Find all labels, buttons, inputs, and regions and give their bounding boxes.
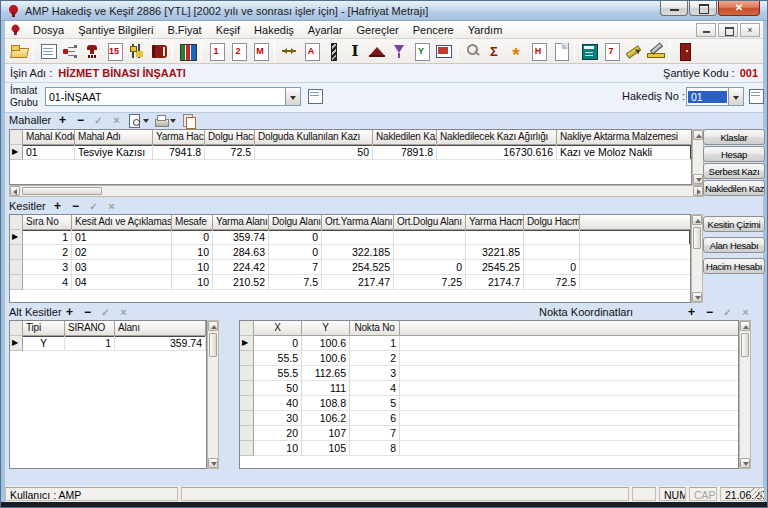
grid-cell[interactable]: 0 bbox=[269, 230, 322, 245]
column-header[interactable]: Y bbox=[302, 321, 350, 336]
column-header[interactable]: Nakliye Aktarma Malzemesi bbox=[557, 130, 692, 145]
wizard-icon[interactable]: * bbox=[505, 40, 527, 62]
scroll-down-icon[interactable] bbox=[693, 174, 703, 184]
summary-sigma-icon[interactable]: Σ bbox=[483, 40, 505, 62]
new-doc-icon[interactable] bbox=[549, 40, 571, 62]
grid-cell[interactable]: 2 bbox=[350, 351, 400, 366]
scroll-thumb[interactable] bbox=[209, 333, 217, 357]
grid-cell[interactable]: 7.5 bbox=[269, 275, 322, 290]
table-row[interactable]: 55.5100.62 bbox=[240, 351, 738, 366]
mdi-close-button[interactable]: × bbox=[740, 23, 760, 37]
dropdown-caret-icon[interactable] bbox=[143, 114, 150, 127]
grid-cell[interactable]: 7891.8 bbox=[373, 145, 437, 160]
grid-cell[interactable]: 4 bbox=[350, 381, 400, 396]
preview-icon[interactable] bbox=[128, 114, 141, 127]
unit-price-book-icon[interactable] bbox=[147, 40, 169, 62]
grid-cell[interactable]: 106.2 bbox=[302, 411, 350, 426]
grid-cell[interactable] bbox=[466, 230, 524, 245]
grid-cell[interactable]: 0 bbox=[254, 336, 302, 351]
grid-cell[interactable]: 01 bbox=[72, 230, 172, 245]
grid-cell[interactable] bbox=[394, 245, 466, 260]
add-record-icon[interactable]: + bbox=[63, 306, 76, 319]
scroll-up-icon[interactable] bbox=[693, 130, 703, 140]
grid-cell[interactable]: 10 bbox=[172, 260, 213, 275]
menu-item-yardim[interactable]: Yardım bbox=[461, 22, 510, 38]
column-header[interactable]: Sıra No bbox=[23, 215, 72, 230]
table-row[interactable]: ▶0100.61 bbox=[240, 336, 738, 351]
monitor-icon[interactable] bbox=[432, 40, 454, 62]
add-record-icon[interactable]: + bbox=[56, 114, 69, 127]
price-library-icon[interactable] bbox=[176, 40, 198, 62]
grid-cell[interactable]: 10 bbox=[172, 275, 213, 290]
grid-cell[interactable]: 10 bbox=[172, 245, 213, 260]
grid-cell[interactable]: 10 bbox=[254, 441, 302, 456]
paste-icon[interactable] bbox=[182, 114, 195, 127]
mdi-minimize-button[interactable] bbox=[696, 23, 716, 37]
grid-cell[interactable]: 55.5 bbox=[254, 366, 302, 381]
minimize-button[interactable] bbox=[660, 1, 688, 16]
select-all-corner[interactable] bbox=[10, 215, 23, 230]
grid-cell[interactable]: 50 bbox=[254, 381, 302, 396]
grid-cell[interactable]: 100.6 bbox=[302, 351, 350, 366]
grid-cell[interactable]: 210.52 bbox=[213, 275, 269, 290]
scroll-down-icon[interactable] bbox=[740, 458, 750, 468]
scroll-left-icon[interactable] bbox=[10, 186, 20, 196]
menu-item-bfiyat[interactable]: B.Fiyat bbox=[160, 22, 208, 38]
steel-profile-icon[interactable]: I bbox=[344, 40, 366, 62]
grid-cell[interactable]: 50 bbox=[255, 145, 373, 160]
grid-cell[interactable]: 0 bbox=[524, 260, 580, 275]
menu-item-gerecler[interactable]: Gereçler bbox=[350, 22, 406, 38]
grid-cell[interactable]: 04 bbox=[72, 275, 172, 290]
column-header[interactable]: Alanı bbox=[115, 321, 206, 336]
hakedis-combo-arrow-icon[interactable] bbox=[728, 88, 743, 105]
grid-cell[interactable] bbox=[524, 245, 580, 260]
calendar-15-icon[interactable]: 15 bbox=[103, 40, 125, 62]
mahaller-grid[interactable]: Mahal KoduMahal AdıYarma HacmiDolgu Hacm… bbox=[9, 129, 692, 185]
row-selector[interactable]: ▶ bbox=[240, 336, 254, 351]
site-links-icon[interactable] bbox=[59, 40, 81, 62]
row-selector[interactable] bbox=[240, 381, 254, 396]
table-row[interactable]: 40410210.527.5217.477.252174.772.5 bbox=[10, 275, 690, 290]
column-header[interactable]: Tipi bbox=[23, 321, 65, 336]
scroll-thumb[interactable] bbox=[693, 227, 701, 249]
kesitin-cizimi-button[interactable]: Kesitin Çizimi bbox=[703, 216, 765, 232]
grid-cell[interactable]: 112.65 bbox=[302, 366, 350, 381]
column-header[interactable]: Ort.Dolgu Alanı bbox=[394, 215, 466, 230]
menu-item-ayarlar[interactable]: Ayarlar bbox=[301, 22, 350, 38]
column-header[interactable]: X bbox=[254, 321, 302, 336]
grid-cell[interactable] bbox=[524, 230, 580, 245]
grid-cell[interactable]: 7941.8 bbox=[153, 145, 205, 160]
hesap-button[interactable]: Hesap bbox=[703, 146, 765, 162]
resize-grip[interactable] bbox=[751, 488, 763, 500]
grid-cell[interactable]: 6 bbox=[350, 411, 400, 426]
grid-cell[interactable]: 254.525 bbox=[322, 260, 394, 275]
grid-cell[interactable]: Y bbox=[23, 336, 65, 351]
grid-cell[interactable]: 7 bbox=[269, 260, 322, 275]
calendar-7-icon[interactable]: 7 bbox=[600, 40, 622, 62]
column-header[interactable]: Nakledilen Kazı bbox=[373, 130, 437, 145]
mahaller-hscrollbar[interactable] bbox=[9, 185, 704, 197]
grid-cell[interactable]: 217.47 bbox=[322, 275, 394, 290]
serbest-kazi-button[interactable]: Serbest Kazı bbox=[703, 163, 765, 179]
grid-cell[interactable]: 7.25 bbox=[394, 275, 466, 290]
column-header[interactable]: Mahal Kodu bbox=[23, 130, 75, 145]
column-header[interactable]: Yarma Alanı bbox=[213, 215, 269, 230]
report-doc-m-icon[interactable]: M bbox=[249, 40, 271, 62]
menu-item-hakedis[interactable]: Hakediş bbox=[247, 22, 301, 38]
alan-hesabi-button[interactable]: Alan Hesabı bbox=[703, 237, 765, 253]
grid-cell[interactable]: 0 bbox=[172, 230, 213, 245]
delete-record-icon[interactable]: − bbox=[74, 114, 87, 127]
hakedis-doc-icon[interactable]: H bbox=[527, 40, 549, 62]
menu-item-kesif[interactable]: Keşif bbox=[209, 22, 247, 38]
row-selector[interactable] bbox=[240, 351, 254, 366]
row-selector[interactable]: ▶ bbox=[10, 230, 23, 245]
column-header[interactable]: Yarma Hacmi bbox=[466, 215, 524, 230]
grid-cell[interactable]: 224.42 bbox=[213, 260, 269, 275]
row-selector[interactable] bbox=[240, 366, 254, 381]
table-row[interactable]: 30310224.427254.52502545.250 bbox=[10, 260, 690, 275]
pour-icon[interactable] bbox=[388, 40, 410, 62]
grid-cell[interactable]: 0 bbox=[394, 260, 466, 275]
grid-cell[interactable]: 7 bbox=[350, 426, 400, 441]
grid-cell[interactable]: 105 bbox=[302, 441, 350, 456]
report-doc-1-icon[interactable]: 1 bbox=[205, 40, 227, 62]
